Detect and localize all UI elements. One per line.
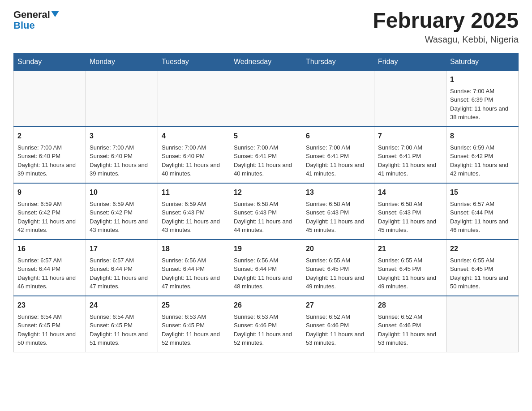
daylight-text: Daylight: 11 hours and 45 minutes.	[378, 218, 436, 234]
calendar-week-row: 9Sunrise: 6:59 AMSunset: 6:42 PMDaylight…	[14, 183, 519, 240]
table-row: 14Sunrise: 6:58 AMSunset: 6:43 PMDayligh…	[374, 183, 446, 240]
sunrise-text: Sunrise: 6:55 AM	[450, 257, 494, 264]
table-row: 12Sunrise: 6:58 AMSunset: 6:43 PMDayligh…	[230, 183, 302, 240]
daylight-text: Daylight: 11 hours and 50 minutes.	[17, 331, 76, 347]
day-number: 23	[17, 300, 82, 311]
table-row: 11Sunrise: 6:59 AMSunset: 6:43 PMDayligh…	[158, 183, 230, 240]
sunrise-text: Sunrise: 7:00 AM	[162, 144, 206, 151]
table-row: 27Sunrise: 6:52 AMSunset: 6:46 PMDayligh…	[302, 296, 374, 352]
col-monday: Monday	[86, 53, 158, 70]
sunset-text: Sunset: 6:45 PM	[162, 322, 205, 329]
day-number: 18	[162, 244, 226, 254]
day-number: 28	[378, 300, 442, 311]
day-number: 7	[378, 131, 442, 141]
sunset-text: Sunset: 6:41 PM	[378, 153, 421, 159]
sunset-text: Sunset: 6:46 PM	[234, 322, 277, 329]
daylight-text: Daylight: 11 hours and 46 minutes.	[17, 274, 76, 290]
daylight-text: Daylight: 11 hours and 49 minutes.	[306, 274, 364, 290]
table-row	[374, 70, 446, 127]
daylight-text: Daylight: 11 hours and 39 minutes.	[17, 162, 76, 177]
sunrise-text: Sunrise: 6:57 AM	[17, 257, 62, 264]
daylight-text: Daylight: 11 hours and 41 minutes.	[306, 162, 364, 177]
daylight-text: Daylight: 11 hours and 41 minutes.	[378, 162, 436, 177]
daylight-text: Daylight: 11 hours and 49 minutes.	[378, 274, 436, 290]
sunrise-text: Sunrise: 6:59 AM	[17, 201, 62, 207]
day-number: 10	[90, 187, 154, 198]
sunset-text: Sunset: 6:41 PM	[306, 153, 349, 159]
sunset-text: Sunset: 6:45 PM	[450, 265, 493, 272]
col-sunday: Sunday	[14, 53, 86, 70]
calendar-week-row: 2Sunrise: 7:00 AMSunset: 6:40 PMDaylight…	[14, 127, 519, 183]
table-row: 2Sunrise: 7:00 AMSunset: 6:40 PMDaylight…	[14, 127, 86, 183]
table-row: 19Sunrise: 6:56 AMSunset: 6:44 PMDayligh…	[230, 240, 302, 296]
sunset-text: Sunset: 6:43 PM	[234, 209, 277, 216]
daylight-text: Daylight: 11 hours and 42 minutes.	[450, 162, 508, 177]
day-number: 20	[306, 244, 370, 254]
day-number: 3	[90, 131, 154, 141]
day-number: 26	[234, 300, 298, 311]
sunset-text: Sunset: 6:44 PM	[234, 265, 277, 272]
daylight-text: Daylight: 11 hours and 50 minutes.	[450, 274, 508, 290]
daylight-text: Daylight: 11 hours and 47 minutes.	[162, 274, 220, 290]
daylight-text: Daylight: 11 hours and 43 minutes.	[90, 218, 148, 234]
sunset-text: Sunset: 6:42 PM	[450, 153, 493, 159]
sunrise-text: Sunrise: 7:00 AM	[17, 144, 62, 151]
day-number: 15	[450, 187, 515, 198]
logo-arrow-icon	[51, 11, 59, 17]
sunset-text: Sunset: 6:42 PM	[17, 209, 60, 216]
table-row: 23Sunrise: 6:54 AMSunset: 6:45 PMDayligh…	[14, 296, 86, 352]
day-number: 13	[306, 187, 370, 198]
sunrise-text: Sunrise: 6:56 AM	[234, 257, 278, 264]
col-friday: Friday	[374, 53, 446, 70]
sunrise-text: Sunrise: 6:54 AM	[90, 313, 134, 320]
sunset-text: Sunset: 6:44 PM	[450, 209, 493, 216]
sunrise-text: Sunrise: 6:53 AM	[234, 313, 278, 320]
sunrise-text: Sunrise: 6:55 AM	[378, 257, 422, 264]
logo-general-text: General	[13, 9, 50, 21]
sunset-text: Sunset: 6:45 PM	[378, 265, 421, 272]
daylight-text: Daylight: 11 hours and 39 minutes.	[90, 162, 148, 177]
sunrise-text: Sunrise: 6:52 AM	[306, 313, 350, 320]
sunrise-text: Sunrise: 6:58 AM	[234, 201, 278, 207]
sunrise-text: Sunrise: 6:59 AM	[162, 201, 206, 207]
day-number: 12	[234, 187, 298, 198]
table-row: 26Sunrise: 6:53 AMSunset: 6:46 PMDayligh…	[230, 296, 302, 352]
day-number: 22	[450, 244, 515, 254]
table-row: 6Sunrise: 7:00 AMSunset: 6:41 PMDaylight…	[302, 127, 374, 183]
day-number: 11	[162, 187, 226, 198]
daylight-text: Daylight: 11 hours and 52 minutes.	[234, 331, 292, 347]
sunset-text: Sunset: 6:45 PM	[306, 265, 349, 272]
sunset-text: Sunset: 6:39 PM	[450, 96, 493, 103]
daylight-text: Daylight: 11 hours and 51 minutes.	[90, 331, 148, 347]
day-number: 27	[306, 300, 370, 311]
table-row: 15Sunrise: 6:57 AMSunset: 6:44 PMDayligh…	[446, 183, 519, 240]
sunset-text: Sunset: 6:46 PM	[306, 322, 349, 329]
daylight-text: Daylight: 11 hours and 42 minutes.	[17, 218, 76, 234]
calendar-subtitle: Wasagu, Kebbi, Nigeria	[373, 34, 519, 45]
table-row: 1Sunrise: 7:00 AMSunset: 6:39 PMDaylight…	[446, 70, 519, 127]
table-row: 25Sunrise: 6:53 AMSunset: 6:45 PMDayligh…	[158, 296, 230, 352]
daylight-text: Daylight: 11 hours and 47 minutes.	[90, 274, 148, 290]
sunrise-text: Sunrise: 7:00 AM	[90, 144, 134, 151]
daylight-text: Daylight: 11 hours and 52 minutes.	[162, 331, 220, 347]
table-row: 7Sunrise: 7:00 AMSunset: 6:41 PMDaylight…	[374, 127, 446, 183]
sunset-text: Sunset: 6:43 PM	[306, 209, 349, 216]
logo: General Blue	[13, 9, 59, 30]
day-number: 4	[162, 131, 226, 141]
sunrise-text: Sunrise: 6:52 AM	[378, 313, 422, 320]
sunset-text: Sunset: 6:44 PM	[162, 265, 205, 272]
daylight-text: Daylight: 11 hours and 38 minutes.	[450, 105, 508, 121]
day-number: 16	[17, 244, 82, 254]
table-row: 10Sunrise: 6:59 AMSunset: 6:42 PMDayligh…	[86, 183, 158, 240]
sunset-text: Sunset: 6:44 PM	[17, 265, 60, 272]
day-number: 24	[90, 300, 154, 311]
page-header: General Blue February 2025 Wasagu, Kebbi…	[13, 9, 519, 45]
sunset-text: Sunset: 6:42 PM	[90, 209, 133, 216]
sunrise-text: Sunrise: 6:58 AM	[378, 201, 422, 207]
sunrise-text: Sunrise: 7:00 AM	[306, 144, 350, 151]
sunset-text: Sunset: 6:40 PM	[17, 153, 60, 159]
sunset-text: Sunset: 6:44 PM	[90, 265, 133, 272]
table-row: 24Sunrise: 6:54 AMSunset: 6:45 PMDayligh…	[86, 296, 158, 352]
daylight-text: Daylight: 11 hours and 45 minutes.	[306, 218, 364, 234]
daylight-text: Daylight: 11 hours and 53 minutes.	[306, 331, 364, 347]
